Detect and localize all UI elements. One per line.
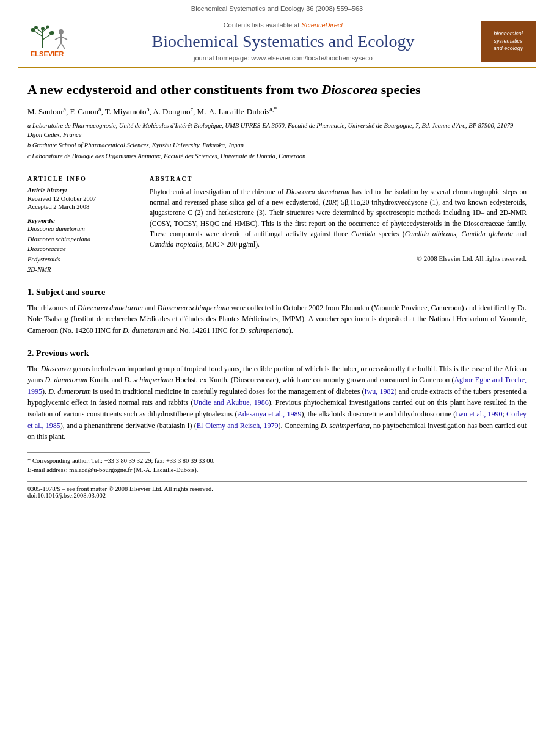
banner-center: Contents lists available at ScienceDirec…	[86, 21, 481, 62]
citation-text: Biochemical Systematics and Ecology 36 (…	[191, 5, 363, 12]
issn-text: 0305-1978/$ – see front matter © 2008 El…	[27, 485, 527, 492]
abstract-column: ABSTRACT Phytochemical investigation of …	[150, 175, 527, 275]
doi-text: doi:10.1016/j.bse.2008.03.002	[27, 492, 527, 499]
svg-line-14	[61, 37, 67, 40]
keyword-1: Dioscorea dumetorum	[27, 224, 128, 234]
authors: M. Sautoura, F. Canona, T. Miyamotob, A.…	[27, 104, 527, 118]
svg-point-6	[31, 28, 35, 32]
svg-line-2	[34, 31, 43, 37]
svg-point-11	[59, 29, 64, 34]
svg-rect-0	[24, 24, 79, 49]
svg-line-15	[57, 43, 61, 49]
abstract-heading: ABSTRACT	[150, 175, 527, 182]
section1-text: The rhizomes of Dioscorea dumetorum and …	[27, 302, 527, 336]
ref-iwu1990[interactable]: Iwu et al., 1990	[456, 410, 502, 418]
section2-text: The Diascarea genus includes an importan…	[27, 363, 527, 443]
svg-line-3	[43, 34, 52, 40]
section-divider	[27, 169, 527, 169]
bottom-bar: 0305-1978/$ – see front matter © 2008 El…	[27, 481, 527, 499]
affiliation-c: c Laboratoire de Biologie des Organismes…	[27, 152, 527, 161]
keywords-section: Keywords: Dioscorea dumetorum Dioscorea …	[27, 217, 128, 275]
affiliation-a: a Laboratoire de Pharmacognosie, Unité d…	[27, 122, 527, 139]
svg-point-8	[34, 26, 38, 29]
section1-heading: 1. Subject and source	[27, 288, 527, 297]
journal-banner: ELSEVIER Contents lists available at Sci…	[18, 15, 536, 68]
main-content: A new ecdysteroid and other constituents…	[0, 81, 554, 476]
ref-undie[interactable]: Undie and Akubue, 1986	[193, 398, 268, 407]
page-header: Biochemical Systematics and Ecology 36 (…	[0, 0, 554, 15]
footnote-corresponding: * Corresponding author. Tel.: +33 3 80 3…	[27, 456, 527, 466]
keyword-2: Dioscorea schimperiana	[27, 234, 128, 245]
svg-point-9	[46, 26, 49, 29]
article-info-heading: ARTICLE INFO	[27, 175, 128, 182]
keyword-5: 2D-NMR	[27, 265, 128, 275]
banner-right-text: biochemicalsystematicsand ecology	[494, 31, 523, 52]
ref-elolemy[interactable]: El-Olemy and Reisch, 1979	[197, 421, 279, 430]
affiliation-b: b Graduate School of Pharmaceutical Scie…	[27, 141, 527, 150]
svg-line-13	[55, 37, 61, 40]
history-label: Article history:	[27, 187, 128, 194]
sciencedirect-link[interactable]: ScienceDirect	[301, 21, 343, 29]
elsevier-logo-svg: ELSEVIER	[24, 24, 79, 58]
elsevier-logo-section: ELSEVIER	[18, 21, 86, 62]
abstract-text: Phytochemical investigation of the rhizo…	[150, 187, 527, 250]
ref-adesanya[interactable]: Adesanya et al., 1989	[237, 410, 301, 418]
accepted-date: Accepted 2 March 2008	[27, 203, 128, 210]
footnote-divider	[27, 452, 150, 453]
svg-line-16	[61, 43, 65, 49]
ref-iwu1982[interactable]: Iwu, 1982	[365, 387, 395, 396]
keyword-4: Ecdysteroids	[27, 255, 128, 265]
banner-right-box: biochemicalsystematicsand ecology	[481, 21, 536, 62]
footnote-email: E-mail address: malacd@u-bourgogne.fr (M…	[27, 465, 527, 475]
two-column-section: ARTICLE INFO Article history: Received 1…	[27, 175, 527, 275]
ref-agbor[interactable]: Agbor-Egbe and Treche, 1995	[27, 376, 527, 396]
article-title: A new ecdysteroid and other constituents…	[27, 81, 527, 99]
section2-heading: 2. Previous work	[27, 349, 527, 358]
article-info-column: ARTICLE INFO Article history: Received 1…	[27, 175, 137, 275]
keyword-3: Dioscoreaceae	[27, 244, 128, 255]
keywords-label: Keywords:	[27, 217, 128, 224]
journal-title: Biochemical Systematics and Ecology	[92, 31, 475, 52]
svg-text:ELSEVIER: ELSEVIER	[31, 50, 64, 57]
journal-homepage: journal homepage: www.elsevier.com/locat…	[92, 54, 475, 62]
footnotes: * Corresponding author. Tel.: +33 3 80 3…	[27, 456, 527, 476]
keywords-list: Dioscorea dumetorum Dioscorea schimperia…	[27, 224, 128, 275]
received-date: Received 12 October 2007	[27, 195, 128, 202]
sciencedirect-line: Contents lists available at ScienceDirec…	[92, 21, 475, 29]
svg-point-10	[41, 27, 45, 31]
svg-point-7	[49, 31, 54, 35]
copyright-text: © 2008 Elsevier Ltd. All rights reserved…	[150, 255, 527, 262]
